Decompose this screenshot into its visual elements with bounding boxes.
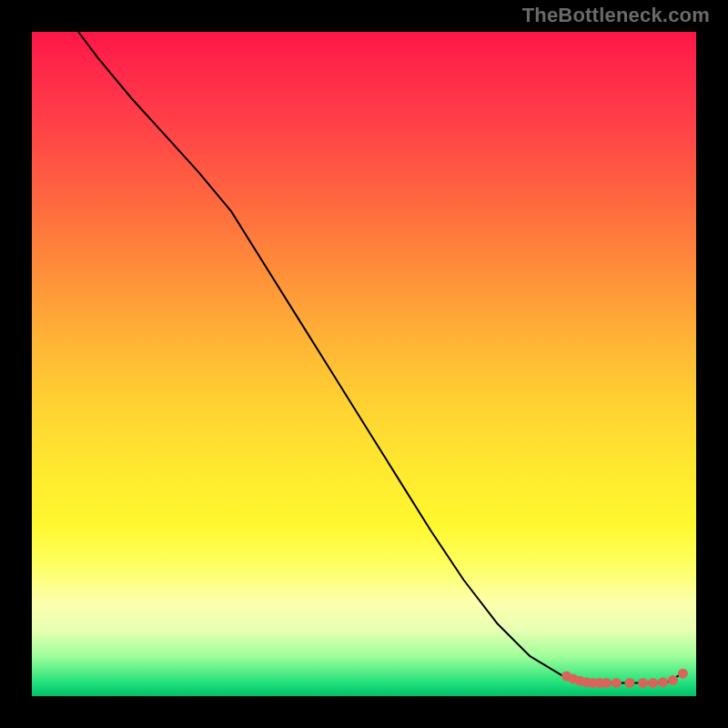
line-series: [78, 32, 682, 682]
marker-point: [668, 675, 678, 685]
marker-point: [648, 678, 658, 688]
marker-point: [638, 678, 648, 688]
marker-point: [658, 677, 668, 687]
chart-svg: [32, 32, 696, 696]
chart-frame: TheBottleneck.com: [0, 0, 728, 728]
marker-series: [561, 669, 688, 688]
marker-point: [678, 669, 688, 679]
marker-point: [625, 678, 635, 688]
marker-point: [612, 678, 622, 688]
curve-path: [78, 32, 682, 682]
watermark-text: TheBottleneck.com: [522, 4, 710, 27]
plot-area: [32, 32, 696, 696]
marker-point: [602, 678, 612, 688]
